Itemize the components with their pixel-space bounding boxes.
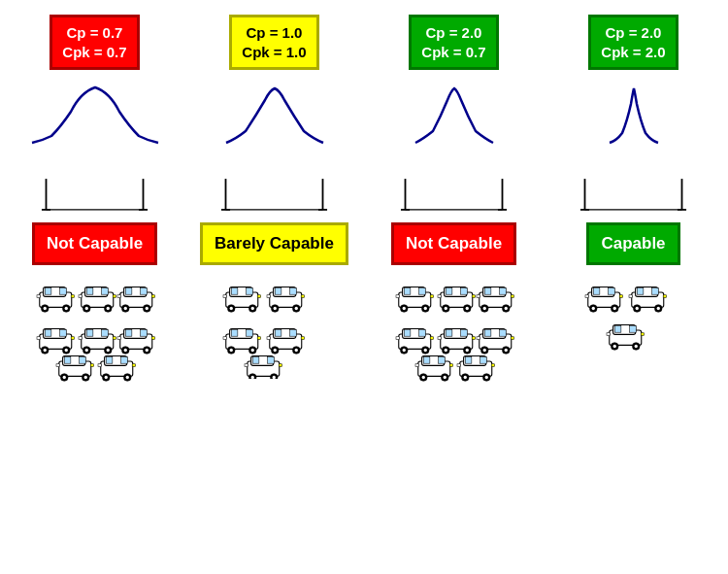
- cars-svg-1: [32, 277, 158, 384]
- svg-rect-177: [404, 330, 411, 337]
- svg-rect-204: [511, 337, 513, 340]
- svg-rect-103: [290, 288, 297, 295]
- svg-point-201: [482, 349, 485, 352]
- svg-rect-108: [267, 295, 270, 298]
- svg-rect-113: [247, 330, 253, 337]
- svg-rect-64: [151, 337, 154, 340]
- svg-point-246: [635, 307, 638, 310]
- svg-rect-38: [59, 330, 66, 337]
- svg-rect-44: [71, 337, 74, 340]
- svg-rect-63: [117, 337, 120, 340]
- badge-3-line1: Cp = 2.0: [426, 24, 482, 41]
- badge-1-line2: Cpk = 0.7: [62, 44, 126, 60]
- svg-rect-148: [418, 288, 425, 295]
- label-4-text: Capable: [601, 234, 665, 253]
- svg-point-182: [423, 349, 426, 352]
- label-1-text: Not Capable: [47, 234, 143, 253]
- svg-rect-243: [651, 288, 658, 295]
- svg-rect-183: [396, 337, 399, 340]
- svg-rect-93: [247, 288, 253, 295]
- svg-point-126: [274, 349, 277, 352]
- curve-svg-4: [566, 83, 702, 151]
- label-3: Not Capable: [391, 222, 516, 265]
- svg-point-107: [295, 307, 298, 310]
- curve-area-2: [189, 78, 359, 155]
- svg-rect-164: [472, 295, 475, 298]
- svg-rect-208: [438, 357, 445, 364]
- svg-rect-258: [607, 333, 610, 336]
- svg-rect-73: [56, 364, 59, 367]
- svg-rect-187: [446, 330, 452, 337]
- svg-point-191: [444, 349, 447, 352]
- svg-point-116: [230, 349, 233, 352]
- svg-rect-138: [245, 364, 248, 367]
- cars-area-1: [10, 277, 180, 384]
- svg-point-192: [465, 349, 468, 352]
- badge-3: Cp = 2.0 Cpk = 0.7: [409, 15, 498, 70]
- svg-point-236: [591, 307, 594, 310]
- svg-point-221: [463, 376, 466, 379]
- curve-area-3: [369, 78, 539, 155]
- badge-4-line1: Cp = 2.0: [606, 24, 662, 41]
- svg-rect-77: [106, 357, 113, 364]
- svg-point-117: [251, 349, 254, 352]
- svg-rect-28: [140, 288, 147, 295]
- svg-rect-248: [629, 295, 632, 298]
- svg-rect-178: [418, 330, 425, 337]
- svg-rect-158: [460, 288, 467, 295]
- svg-rect-133: [268, 357, 275, 364]
- svg-point-71: [62, 376, 65, 379]
- svg-rect-119: [257, 337, 260, 340]
- badge-1-line1: Cp = 0.7: [67, 24, 123, 41]
- svg-rect-154: [430, 295, 433, 298]
- svg-point-12: [64, 307, 67, 310]
- svg-rect-147: [404, 288, 411, 295]
- svg-point-32: [145, 307, 148, 310]
- column-4: Cp = 2.0 Cpk = 2.0 Capable: [544, 10, 723, 564]
- gauge-area-3: [369, 165, 539, 219]
- svg-rect-238: [585, 295, 588, 298]
- svg-rect-13: [37, 295, 40, 298]
- gauge-svg-1: [10, 170, 180, 219]
- svg-rect-223: [457, 364, 460, 367]
- column-3: Cp = 2.0 Cpk = 0.7 Not Capable: [364, 10, 544, 564]
- svg-rect-249: [663, 295, 666, 298]
- svg-rect-203: [477, 337, 480, 340]
- svg-point-52: [106, 349, 109, 352]
- svg-point-42: [64, 349, 67, 352]
- svg-rect-78: [120, 357, 127, 364]
- svg-rect-74: [90, 364, 93, 367]
- svg-rect-167: [484, 288, 491, 295]
- svg-point-137: [273, 376, 276, 379]
- svg-point-97: [251, 307, 254, 310]
- svg-rect-14: [71, 295, 74, 298]
- svg-rect-92: [231, 288, 238, 295]
- label-1: Not Capable: [32, 222, 157, 265]
- svg-rect-123: [290, 330, 297, 337]
- svg-rect-233: [608, 288, 614, 295]
- svg-point-202: [504, 349, 507, 352]
- svg-rect-168: [499, 288, 506, 295]
- svg-rect-122: [275, 330, 281, 337]
- svg-rect-188: [460, 330, 467, 337]
- gauge-svg-4: [548, 170, 718, 219]
- svg-rect-33: [117, 295, 120, 298]
- svg-rect-27: [125, 288, 132, 295]
- gauge-area-2: [189, 165, 359, 219]
- svg-rect-109: [301, 295, 304, 298]
- badge-2-line2: Cpk = 1.0: [242, 44, 306, 60]
- svg-rect-242: [637, 288, 644, 295]
- badge-4-line2: Cpk = 2.0: [601, 44, 665, 60]
- gauge-svg-3: [369, 170, 539, 219]
- svg-point-247: [656, 307, 659, 310]
- gauge-area-4: [548, 165, 718, 219]
- svg-rect-198: [499, 330, 506, 337]
- svg-rect-217: [465, 357, 472, 364]
- svg-point-136: [251, 376, 254, 379]
- svg-rect-197: [484, 330, 491, 337]
- svg-point-21: [84, 307, 87, 310]
- svg-point-257: [634, 345, 637, 348]
- badge-1: Cp = 0.7 Cpk = 0.7: [50, 15, 139, 70]
- svg-point-127: [295, 349, 298, 352]
- svg-rect-207: [423, 357, 430, 364]
